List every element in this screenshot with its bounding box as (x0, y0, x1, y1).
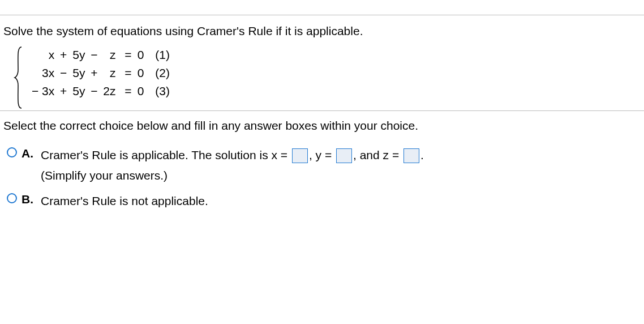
eq-label: (1) (154, 46, 171, 64)
eq-yterm: 5y (71, 46, 86, 64)
eq-zterm: z (102, 64, 117, 82)
eq-equals: = (117, 82, 136, 100)
radio-choice-b[interactable] (7, 193, 17, 203)
eq-zterm: 2z (102, 82, 117, 100)
eq-equals: = (117, 46, 136, 64)
eq-op: − (86, 46, 102, 64)
y-value-input[interactable] (336, 148, 352, 163)
choice-a-text-part1: Cramer's Rule is applicable. The solutio… (41, 148, 291, 161)
eq-op: + (55, 46, 71, 64)
eq-op: + (86, 64, 102, 82)
choice-letter: B. (22, 193, 34, 206)
question-prompt: Solve the system of equations using Cram… (3, 24, 641, 38)
x-value-input[interactable] (292, 148, 308, 163)
answer-prompt: Select the correct choice below and fill… (3, 119, 641, 133)
equation-row: x + 5y − z = 0 (1) (31, 46, 171, 64)
choice-a: A. Cramer's Rule is applicable. The solu… (7, 146, 641, 184)
eq-rhs: 0 (136, 46, 154, 64)
equation-table: x + 5y − z = 0 (1) 3x − 5y + z = 0 (2) (31, 46, 171, 100)
left-brace-icon (14, 46, 24, 100)
choice-b-text: Cramer's Rule is not applicable. (41, 192, 641, 210)
eq-zterm: z (102, 46, 117, 64)
eq-xterm: 3x (31, 64, 55, 82)
eq-op: − (55, 64, 71, 82)
choice-b: B. Cramer's Rule is not applicable. (7, 192, 641, 210)
eq-rhs: 0 (136, 64, 154, 82)
eq-op: − (86, 82, 102, 100)
eq-op: + (55, 82, 71, 100)
choice-a-sep2: , and z = (353, 148, 402, 161)
eq-yterm: 5y (71, 64, 86, 82)
eq-xterm: x (31, 46, 55, 64)
eq-equals: = (117, 64, 136, 82)
choice-letter: A. (22, 147, 34, 160)
eq-label: (2) (154, 64, 171, 82)
equation-system: x + 5y − z = 0 (1) 3x − 5y + z = 0 (2) (14, 46, 641, 100)
equation-row: − 3x + 5y − 2z = 0 (3) (31, 82, 171, 100)
answer-section: Select the correct choice below and fill… (0, 111, 644, 223)
choice-a-body: Cramer's Rule is applicable. The solutio… (41, 146, 641, 184)
z-value-input[interactable] (403, 148, 419, 163)
eq-label: (3) (154, 82, 171, 100)
question-section: Solve the system of equations using Cram… (0, 15, 644, 110)
choice-a-sep1: , y = (309, 148, 335, 161)
eq-rhs: 0 (136, 82, 154, 100)
choices-list: A. Cramer's Rule is applicable. The solu… (7, 146, 641, 210)
choice-a-hint: (Simplify your answers.) (41, 167, 641, 185)
eq-xterm: − 3x (31, 82, 55, 100)
equation-row: 3x − 5y + z = 0 (2) (31, 64, 171, 82)
radio-choice-a[interactable] (7, 147, 17, 157)
choice-a-end: . (420, 148, 424, 161)
eq-yterm: 5y (71, 82, 86, 100)
